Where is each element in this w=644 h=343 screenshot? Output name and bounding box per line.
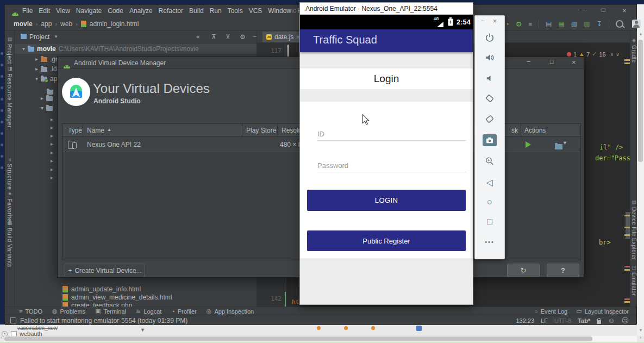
menu-code[interactable]: Code bbox=[108, 7, 123, 15]
chevron-right-icon[interactable]: ▸ bbox=[51, 117, 53, 122]
next-issue-icon[interactable]: ∨ bbox=[616, 52, 620, 57]
public-register-button[interactable]: Public Register bbox=[307, 230, 466, 251]
device-manager-icon[interactable]: ▤ bbox=[546, 20, 552, 28]
panel-dropdown-icon[interactable]: ▼ bbox=[54, 34, 58, 39]
chevron-right-icon[interactable]: ▸ bbox=[51, 167, 53, 172]
dialog-maximize-button[interactable]: □ bbox=[550, 58, 554, 65]
window-close-button[interactable]: × bbox=[622, 7, 627, 15]
zoom-icon[interactable] bbox=[485, 156, 495, 166]
power-button-icon[interactable] bbox=[484, 32, 495, 43]
menu-build[interactable]: Build bbox=[189, 7, 204, 15]
column-name[interactable]: Name bbox=[87, 127, 104, 134]
window-minimize-button[interactable]: − bbox=[581, 6, 585, 14]
chevron-right-icon[interactable]: ▸ bbox=[35, 66, 38, 72]
rotate-right-icon[interactable] bbox=[484, 114, 495, 124]
chevron-right-icon[interactable]: ▸ bbox=[41, 96, 43, 101]
chevron-right-icon[interactable]: ▸ bbox=[35, 57, 38, 62]
screenshot-camera-icon[interactable] bbox=[483, 134, 497, 146]
edit-folder-icon[interactable] bbox=[555, 144, 562, 149]
login-button[interactable]: LOGIN bbox=[307, 190, 466, 211]
rotate-left-icon[interactable] bbox=[484, 93, 495, 104]
dialog-close-button[interactable]: × bbox=[572, 58, 576, 66]
menu-vcs[interactable]: VCS bbox=[249, 7, 262, 15]
status-message[interactable]: Failed to start monitoring emulator-5554… bbox=[20, 317, 187, 325]
tool-button-app-inspection[interactable]: ◎App Inspection bbox=[207, 308, 254, 315]
menu-file[interactable]: File bbox=[22, 7, 33, 15]
volume-up-icon[interactable] bbox=[484, 52, 495, 63]
bg-vscrollbar[interactable]: ▲ ▼ bbox=[637, 4, 644, 336]
tree-row-root[interactable]: ▾ movie C:\Users\KAVITHA\AndroidStudioPr… bbox=[15, 44, 257, 54]
tool-button-terminal[interactable]: ▣Terminal bbox=[95, 308, 126, 315]
chevron-right-icon[interactable]: ▸ bbox=[51, 141, 53, 147]
profiler-icon[interactable]: ◔ bbox=[505, 20, 509, 28]
bg-hscrollbar-thumb[interactable] bbox=[4, 336, 592, 341]
device-sync-icon[interactable]: ▧ bbox=[571, 20, 577, 28]
more-actions-icon[interactable]: ▼ bbox=[562, 140, 567, 146]
tool-window-button-device-file-explorer[interactable]: ▤Device File Explorer bbox=[631, 199, 637, 260]
sad-feedback-icon[interactable]: ☹ bbox=[621, 316, 629, 325]
menu-run[interactable]: Run bbox=[210, 7, 222, 15]
tool-window-button-structure[interactable]: ≡Structure bbox=[7, 158, 13, 190]
menu-edit[interactable]: Edit bbox=[39, 7, 50, 15]
tree-root-name[interactable]: movie bbox=[37, 45, 56, 53]
chevron-down-icon[interactable]: ▾ bbox=[41, 105, 43, 111]
bg-vscroll-up-icon[interactable]: ▲ bbox=[639, 32, 643, 36]
tree-row-collapsed[interactable]: ▸ bbox=[41, 96, 53, 101]
settings-gear-icon[interactable]: ⚙ bbox=[240, 33, 246, 41]
readonly-lock-icon[interactable] bbox=[597, 320, 601, 324]
event-log-button[interactable]: ○Event Log bbox=[534, 308, 567, 315]
tool-button-problems[interactable]: ◍Problems bbox=[52, 308, 85, 315]
menu-tools[interactable]: Tools bbox=[228, 7, 243, 15]
menu-analyze[interactable]: Analyze bbox=[129, 7, 153, 15]
tool-window-button-build-variants[interactable]: ▦Build Variants bbox=[7, 220, 13, 267]
tool-window-button-project[interactable]: ▤Project bbox=[7, 36, 13, 64]
dialog-minimize-button[interactable]: − bbox=[527, 58, 531, 66]
volume-down-icon[interactable] bbox=[485, 73, 495, 83]
layout-inspector-button[interactable]: ▭Layout Inspector bbox=[576, 308, 629, 315]
emulator-minimize-button[interactable]: − bbox=[481, 17, 485, 25]
avd-manager-icon[interactable]: ▨ bbox=[584, 20, 590, 28]
status-toolwindow-icon[interactable] bbox=[10, 317, 16, 323]
launch-play-icon[interactable] bbox=[526, 141, 531, 148]
editor-tab-datejs[interactable]: JS date.js × bbox=[262, 32, 304, 42]
tab-label[interactable]: date.js bbox=[274, 33, 293, 41]
chevron-right-icon[interactable]: ▸ bbox=[51, 158, 53, 164]
search-icon[interactable] bbox=[616, 20, 623, 28]
breadcrumb-app[interactable]: app bbox=[41, 20, 52, 28]
tool-window-button-resource-manager[interactable]: ◨Resource Manager bbox=[7, 66, 13, 128]
help-button[interactable]: ? bbox=[547, 264, 579, 277]
happy-feedback-icon[interactable]: ☺ bbox=[608, 316, 615, 325]
breadcrumb-web[interactable]: web bbox=[60, 20, 72, 28]
menu-view[interactable]: View bbox=[56, 7, 70, 15]
chevron-down-icon[interactable]: ▾ bbox=[35, 76, 38, 82]
chevron-right-icon[interactable]: ▸ bbox=[51, 175, 53, 180]
chevron-right-icon[interactable]: ▸ bbox=[51, 150, 53, 155]
indent-style[interactable]: Tab* bbox=[578, 317, 590, 324]
bg-dropdown-icon[interactable]: ▼ bbox=[140, 327, 145, 333]
more-options-icon[interactable]: ••• bbox=[485, 239, 495, 245]
bg-vscroll-down-icon[interactable]: ▼ bbox=[639, 328, 643, 333]
column-actions[interactable]: Actions bbox=[524, 127, 546, 134]
tree-file-row[interactable]: admin_update_info.html bbox=[62, 285, 141, 293]
file-encoding[interactable]: UTF-8 bbox=[554, 317, 571, 324]
breadcrumb-root[interactable]: movie bbox=[14, 20, 33, 28]
column-disk[interactable]: sk bbox=[511, 127, 518, 134]
bg-hscrollbar[interactable] bbox=[4, 336, 637, 342]
emulator-title-bar[interactable]: Android Emulator - Nexus_One_API_22:5554 bbox=[300, 3, 473, 15]
prev-issue-icon[interactable]: ∧ bbox=[610, 52, 614, 57]
refresh-button[interactable]: ↻ bbox=[507, 264, 540, 277]
column-play-store[interactable]: Play Store bbox=[246, 127, 276, 134]
id-input[interactable] bbox=[317, 128, 466, 141]
emulator-close-button[interactable]: × bbox=[493, 17, 497, 25]
bg-vscrollbar-thumb[interactable] bbox=[638, 40, 643, 162]
menu-navigate[interactable]: Navigate bbox=[76, 7, 102, 15]
project-panel-title[interactable]: Project bbox=[29, 33, 49, 41]
home-button-icon[interactable]: ○ bbox=[487, 197, 492, 208]
tool-button-profiler[interactable]: ◔Profiler bbox=[171, 308, 197, 315]
password-input[interactable] bbox=[317, 159, 466, 172]
tool-window-button-gradle[interactable]: ◈Gradle bbox=[631, 38, 637, 63]
hide-panel-icon[interactable]: − bbox=[253, 33, 257, 40]
tree-file-row[interactable]: admin_view_medicine_details.html bbox=[62, 294, 172, 301]
running-devices-icon[interactable]: ▦ bbox=[559, 20, 565, 28]
sync-project-icon[interactable]: ⚙ bbox=[516, 20, 522, 28]
